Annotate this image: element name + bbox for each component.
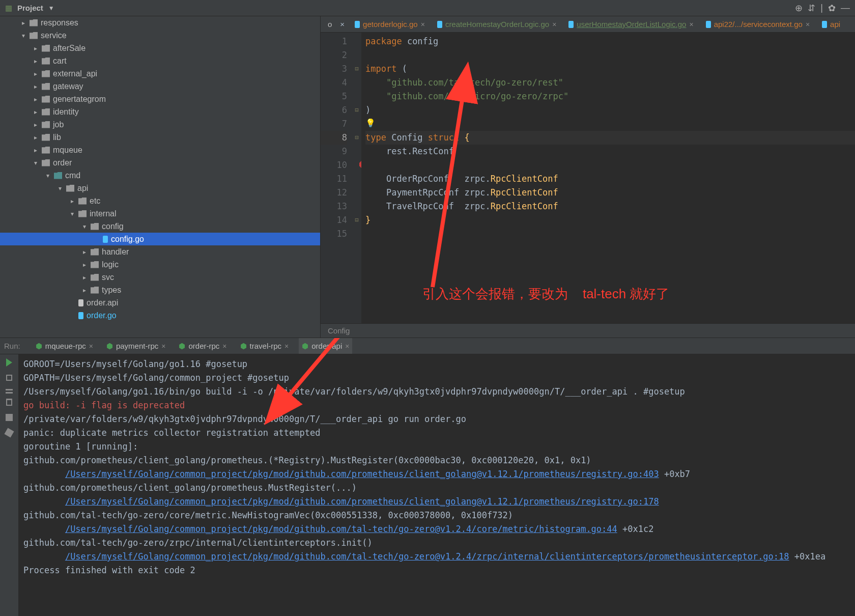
editor-tab[interactable]: userHomestayOrderListLogic.go× [566, 16, 695, 32]
code-line[interactable]: PaymentRpcConf zrpc.RpcClientConf [365, 186, 855, 200]
chevron-right-icon[interactable]: ▸ [33, 42, 39, 54]
code-line[interactable]: } [365, 213, 855, 227]
tree-item-internal[interactable]: ▾internal [0, 207, 320, 220]
tree-item-logic[interactable]: ▸logic [0, 258, 320, 271]
line-number[interactable]: 7 [321, 117, 347, 131]
chevron-right-icon[interactable]: ▸ [33, 55, 39, 67]
chevron-right-icon[interactable]: ▸ [33, 106, 39, 118]
tree-item-order.api[interactable]: order.api [0, 296, 320, 309]
line-number[interactable]: 2 [321, 48, 347, 62]
code-line[interactable] [365, 48, 855, 62]
chevron-right-icon[interactable]: ▸ [69, 195, 75, 207]
fold-icon[interactable]: ⊟ [352, 131, 361, 145]
project-tree[interactable]: ▸responses▾service▸afterSale▸cart▸extern… [0, 16, 321, 338]
tree-item-gateway[interactable]: ▸gateway [0, 80, 320, 93]
close-icon[interactable]: × [421, 20, 425, 29]
project-panel-header[interactable]: ▦ Project ▼ ⊕ ⇵ | ✿ — [0, 0, 855, 16]
close-icon[interactable]: × [806, 20, 810, 29]
line-number[interactable]: 13 [321, 200, 347, 213]
breadcrumb[interactable]: Config [328, 326, 350, 335]
chevron-right-icon[interactable]: ▸ [81, 284, 88, 296]
code-editor[interactable]: 123456789101112131415 ⊟⊟⊟⊟ 💡 package con… [321, 33, 855, 323]
code-line[interactable] [365, 117, 855, 131]
code-line[interactable]: ) [365, 103, 855, 117]
run-tabs[interactable]: Run: ⬢mqueue-rpc×⬢payment-rpc×⬢order-rpc… [0, 338, 855, 354]
collapse-icon[interactable]: ⇵ [808, 3, 815, 14]
close-icon[interactable]: × [552, 20, 556, 29]
chevron-right-icon[interactable]: ▸ [81, 271, 88, 284]
locate-icon[interactable]: ⊕ [795, 3, 803, 14]
tree-item-handler[interactable]: ▸handler [0, 245, 320, 258]
line-number[interactable]: 5 [321, 90, 347, 103]
code-line[interactable] [365, 158, 855, 172]
code-line[interactable]: "github.com/zeromicro/go-zero/zrpc" [365, 90, 855, 103]
console-output[interactable]: GOROOT=/Users/myself/Golang/go1.16 #gose… [18, 354, 855, 616]
line-number[interactable]: 3 [321, 62, 347, 76]
line-number[interactable]: 4 [321, 76, 347, 90]
line-number[interactable]: 8 [321, 131, 347, 145]
chevron-down-icon[interactable]: ▾ [57, 182, 63, 194]
line-number[interactable]: 9 [321, 145, 347, 158]
code-line[interactable] [365, 227, 855, 241]
chevron-down-icon[interactable]: ▼ [48, 5, 54, 12]
tree-item-order[interactable]: ▾order [0, 156, 320, 169]
tree-item-api[interactable]: ▾api [0, 182, 320, 194]
trash-icon[interactable] [6, 399, 12, 406]
run-tab[interactable]: ⬢payment-rpc× [103, 338, 169, 354]
chevron-right-icon[interactable]: ▸ [33, 93, 39, 105]
code-line[interactable]: OrderRpcConf zrpc.RpcClientConf [365, 172, 855, 186]
chevron-right-icon[interactable]: ▸ [33, 131, 39, 144]
tree-item-etc[interactable]: ▸etc [0, 194, 320, 207]
tree-item-afterSale[interactable]: ▸afterSale [0, 42, 320, 54]
run-tab[interactable]: ⬢mqueue-rpc× [33, 338, 96, 354]
stop-icon[interactable] [6, 375, 12, 381]
lightbulb-icon[interactable]: 💡 [365, 116, 376, 130]
tree-item-external_api[interactable]: ▸external_api [0, 67, 320, 80]
chevron-right-icon[interactable]: ▸ [33, 144, 39, 156]
code-line[interactable]: import ( [365, 62, 855, 76]
tree-item-lib[interactable]: ▸lib [0, 131, 320, 144]
stack-link[interactable]: /Users/myself/Golang/common_project/pkg/… [65, 551, 789, 562]
chevron-down-icon[interactable]: ▾ [81, 220, 88, 233]
tree-item-order.go[interactable]: order.go [0, 309, 320, 322]
chevron-right-icon[interactable]: ▸ [33, 119, 39, 131]
close-icon[interactable]: × [89, 342, 93, 350]
chevron-down-icon[interactable]: ▾ [33, 157, 39, 169]
editor-tab[interactable]: api22/.../servicecontext.go× [704, 16, 812, 32]
chevron-down-icon[interactable]: ▾ [69, 208, 75, 220]
run-icon[interactable] [6, 358, 12, 367]
tree-item-mqueue[interactable]: ▸mqueue [0, 144, 320, 156]
line-number[interactable]: 10 [321, 158, 347, 172]
code-line[interactable]: package config [365, 35, 855, 48]
chevron-down-icon[interactable]: ▾ [20, 30, 26, 42]
close-icon[interactable]: × [222, 342, 226, 350]
tree-item-identity[interactable]: ▸identity [0, 105, 320, 118]
code-line[interactable]: rest.RestConf [365, 145, 855, 158]
tree-item-svc[interactable]: ▸svc [0, 271, 320, 284]
stack-icon[interactable] [6, 414, 13, 421]
editor-tab[interactable]: getorderlogic.go× [353, 16, 427, 32]
chevron-down-icon[interactable]: ▾ [45, 170, 51, 182]
tree-item-config[interactable]: ▾config [0, 220, 320, 233]
gear-icon[interactable]: ✿ [828, 3, 836, 14]
line-number[interactable]: 14 [321, 213, 347, 227]
fold-icon[interactable]: ⊟ [352, 213, 361, 227]
chevron-right-icon[interactable]: ▸ [20, 17, 26, 29]
code-line[interactable]: "github.com/tal-tech/go-zero/rest" [365, 76, 855, 90]
tree-item-cmd[interactable]: ▾cmd [0, 169, 320, 182]
tree-item-responses[interactable]: ▸responses [0, 16, 320, 29]
close-icon[interactable]: × [161, 342, 165, 350]
run-tab[interactable]: ⬢order-rpc× [176, 338, 230, 354]
line-number[interactable]: 15 [321, 227, 347, 241]
fold-icon[interactable]: ⊟ [352, 103, 361, 117]
chevron-right-icon[interactable]: ▸ [33, 80, 39, 93]
pin-icon[interactable] [4, 428, 14, 437]
tree-item-genertategrom[interactable]: ▸genertategrom [0, 93, 320, 105]
stack-link[interactable]: /Users/myself/Golang/common_project/pkg/… [65, 524, 617, 534]
code-line[interactable]: type Config struct { [365, 131, 855, 145]
close-icon[interactable]: × [340, 20, 345, 29]
stack-link[interactable]: /Users/myself/Golang/common_project/pkg/… [65, 469, 659, 479]
tree-item-service[interactable]: ▾service [0, 29, 320, 42]
fold-icon[interactable]: ⊟ [352, 62, 361, 76]
close-icon[interactable]: × [345, 342, 349, 350]
